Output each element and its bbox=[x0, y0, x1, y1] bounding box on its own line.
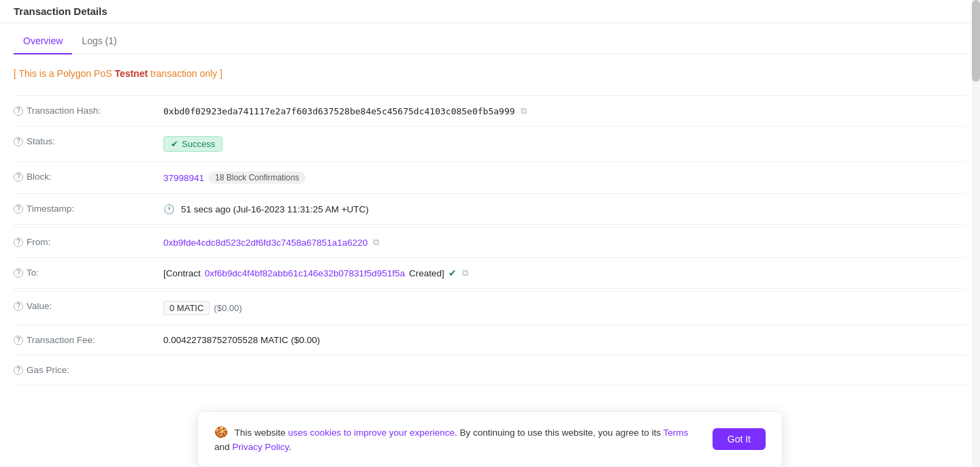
help-icon-timestamp[interactable]: ? bbox=[14, 204, 23, 214]
label-block: ? Block: bbox=[14, 172, 163, 182]
row-block: ? Block: 37998941 18 Block Confirmations bbox=[14, 162, 966, 194]
label-transaction-fee: ? Transaction Fee: bbox=[14, 335, 163, 345]
tx-hash-value: 0xbd0f02923eda741117e2a7f603d637528be84e… bbox=[163, 106, 515, 116]
label-from: ? From: bbox=[14, 237, 163, 247]
privacy-policy-link[interactable]: Privacy Policy bbox=[232, 442, 289, 452]
label-value: ? Value: bbox=[14, 301, 163, 311]
terms-link[interactable]: Terms bbox=[664, 428, 689, 438]
label-timestamp: ? Timestamp: bbox=[14, 204, 163, 214]
row-transaction-hash: ? Transaction Hash: 0xbd0f02923eda741117… bbox=[14, 96, 966, 127]
value-timestamp: 🕐 51 secs ago (Jul-16-2023 11:31:25 AM +… bbox=[163, 204, 966, 214]
page-title: Transaction Details bbox=[0, 0, 980, 23]
help-icon-status[interactable]: ? bbox=[14, 137, 23, 146]
page-container: Transaction Details Overview Logs (1) [ … bbox=[0, 0, 980, 467]
value-block: 37998941 18 Block Confirmations bbox=[163, 172, 966, 184]
help-icon-tx-fee[interactable]: ? bbox=[14, 336, 23, 345]
scrollbar-track[interactable] bbox=[972, 0, 980, 467]
label-to: ? To: bbox=[14, 268, 163, 278]
value-status: ✔ Success bbox=[163, 136, 966, 152]
usd-value: ($0.00) bbox=[214, 303, 242, 313]
help-icon-value[interactable]: ? bbox=[14, 302, 23, 311]
got-it-button[interactable]: Got It bbox=[713, 428, 766, 450]
row-value: ? Value: 0 MATIC ($0.00) bbox=[14, 291, 966, 325]
row-status: ? Status: ✔ Success bbox=[14, 127, 966, 162]
value-transaction-fee: 0.00422738752705528 MATIC ($0.00) bbox=[163, 335, 966, 345]
help-icon-to[interactable]: ? bbox=[14, 268, 23, 278]
help-icon-gas-price[interactable]: ? bbox=[14, 366, 23, 375]
value-to: [Contract 0xf6b9dc4f4bf82abb61c146e32b07… bbox=[163, 268, 966, 278]
cookie-banner: 🍪 This website uses cookies to improve y… bbox=[197, 411, 783, 467]
help-icon-block[interactable]: ? bbox=[14, 172, 23, 182]
copy-to-icon[interactable]: ⧉ bbox=[462, 268, 468, 278]
block-number-link[interactable]: 37998941 bbox=[163, 173, 204, 183]
value-from: 0xb9fde4cdc8d523c2df6fd3c7458a67851a1a62… bbox=[163, 237, 966, 248]
value-transaction-hash: 0xbd0f02923eda741117e2a7f603d637528be84e… bbox=[163, 106, 966, 116]
to-suffix: Created] bbox=[409, 268, 444, 278]
label-status: ? Status: bbox=[14, 136, 163, 146]
content-area: Overview Logs (1) [ This is a Polygon Po… bbox=[0, 23, 980, 399]
tab-overview[interactable]: Overview bbox=[14, 29, 72, 54]
cookie-banner-text: 🍪 This website uses cookies to improve y… bbox=[214, 424, 699, 454]
tab-logs[interactable]: Logs (1) bbox=[72, 29, 126, 54]
status-check-icon: ✔ bbox=[171, 139, 178, 149]
page-title-text: Transaction Details bbox=[14, 5, 108, 17]
help-icon-from[interactable]: ? bbox=[14, 238, 23, 247]
label-gas-price: ? Gas Price: bbox=[14, 365, 163, 375]
copy-tx-hash-icon[interactable]: ⧉ bbox=[521, 106, 527, 116]
to-prefix: [Contract bbox=[163, 268, 201, 278]
label-transaction-hash: ? Transaction Hash: bbox=[14, 106, 163, 116]
contract-address-link[interactable]: 0xf6b9dc4f4bf82abb61c146e32b07831f5d951f… bbox=[205, 268, 405, 278]
clock-icon: 🕐 bbox=[163, 204, 175, 214]
row-timestamp: ? Timestamp: 🕐 51 secs ago (Jul-16-2023 … bbox=[14, 194, 966, 225]
row-gas-price: ? Gas Price: bbox=[14, 355, 966, 385]
help-icon-tx-hash[interactable]: ? bbox=[14, 106, 23, 116]
from-address-link[interactable]: 0xb9fde4cdc8d523c2df6fd3c7458a67851a1a62… bbox=[163, 238, 368, 248]
row-from: ? From: 0xb9fde4cdc8d523c2df6fd3c7458a67… bbox=[14, 227, 966, 258]
status-badge: ✔ Success bbox=[163, 136, 223, 152]
value-value: 0 MATIC ($0.00) bbox=[163, 301, 966, 315]
tabs-container: Overview Logs (1) bbox=[14, 23, 966, 54]
cookie-policy-link[interactable]: uses cookies to improve your experience bbox=[288, 428, 455, 438]
testnet-highlight: Testnet bbox=[114, 68, 148, 79]
row-to: ? To: [Contract 0xf6b9dc4f4bf82abb61c146… bbox=[14, 258, 966, 289]
matic-amount-badge: 0 MATIC bbox=[163, 301, 210, 315]
copy-from-icon[interactable]: ⧉ bbox=[373, 237, 379, 248]
block-confirmations-badge: 18 Block Confirmations bbox=[208, 172, 306, 184]
cookie-icon: 🍪 bbox=[214, 426, 228, 438]
row-transaction-fee: ? Transaction Fee: 0.00422738752705528 M… bbox=[14, 325, 966, 355]
scrollbar-thumb[interactable] bbox=[972, 0, 980, 82]
testnet-notice: [ This is a Polygon PoS Testnet transact… bbox=[14, 65, 966, 82]
detail-section: ? Transaction Hash: 0xbd0f02923eda741117… bbox=[14, 95, 966, 385]
contract-verified-icon: ✔ bbox=[448, 268, 457, 278]
